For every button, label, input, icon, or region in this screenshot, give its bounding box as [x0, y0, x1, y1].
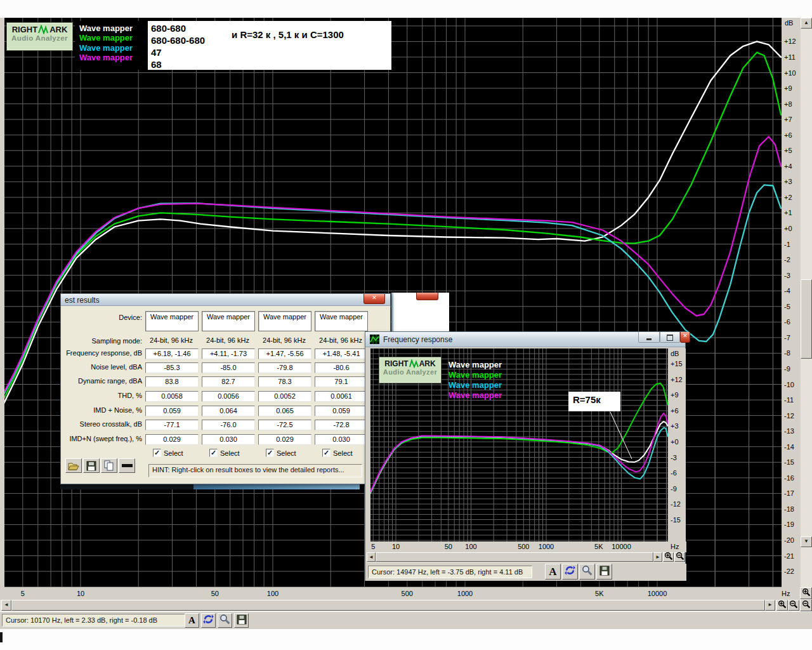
sampling-mode-value: 24-bit, 96 kHz [145, 336, 198, 344]
fr-scroll-thumb[interactable] [376, 552, 653, 562]
fr-zoom-in-button[interactable] [663, 552, 674, 562]
logo-ark-text: ARK [419, 359, 436, 368]
result-box[interactable]: 0.059 [145, 406, 199, 416]
horizontal-zoom-out-button[interactable] [788, 600, 799, 611]
save-button[interactable] [234, 613, 249, 628]
scroll-right-button[interactable]: ► [653, 552, 662, 562]
y-tick: -12 [784, 412, 794, 420]
main-vertical-scrollbar[interactable]: ▲ ▼ [801, 18, 812, 587]
vertical-scroll-thumb[interactable] [801, 279, 812, 359]
refresh-icon [565, 565, 575, 578]
series-wave-mapper [370, 421, 668, 497]
legend-label: Wave mapper [79, 53, 133, 62]
result-box[interactable]: +1.48, -5.41 [315, 348, 368, 359]
result-box[interactable]: -77.1 [145, 420, 199, 430]
legend-value: 680-680-680 [151, 35, 205, 46]
result-box[interactable]: +1.47, -5.56 [258, 348, 311, 359]
select-checkbox-cell[interactable]: ✓Select [209, 449, 240, 457]
row-label: Sampling mode: [63, 337, 142, 345]
y-tick: -6 [671, 469, 677, 477]
device-box[interactable]: Wave mapper [258, 311, 311, 331]
scroll-down-button[interactable]: ▼ [801, 536, 812, 547]
maximize-icon [667, 335, 673, 341]
result-box[interactable]: +4.11, -1.73 [202, 348, 255, 359]
open-button[interactable] [65, 458, 82, 473]
vertical-zoom-out-button[interactable] [800, 599, 812, 611]
result-box[interactable]: 0.065 [258, 406, 311, 416]
main-legend-labels: Wave mapperWave mapperWave mapperWave ma… [75, 21, 148, 70]
horizontal-zoom-in-button[interactable] [776, 600, 788, 611]
select-checkbox-cell[interactable]: ✓Select [153, 449, 183, 457]
detail-zoom-button[interactable] [218, 613, 232, 628]
refresh-button[interactable] [201, 613, 216, 628]
copy-button[interactable] [101, 458, 117, 473]
scroll-up-button[interactable]: ▲ [801, 18, 812, 29]
legend-label: Wave mapper [79, 23, 133, 33]
device-box[interactable]: Wave mapper [315, 311, 368, 331]
test-results-table: Device:Wave mapperWave mapperWave mapper… [61, 305, 390, 484]
frequency-response-window: Frequency response ✕ RIGHT ARK Audio Ana… [365, 331, 686, 581]
select-checkbox[interactable]: ✓ [153, 449, 161, 457]
close-button[interactable] [416, 293, 438, 300]
result-box[interactable]: -72.5 [258, 420, 311, 430]
font-button[interactable]: A [185, 613, 199, 628]
bottom-frame-strip [0, 629, 812, 650]
scroll-left-button[interactable]: ◄ [1, 600, 11, 611]
close-button[interactable]: ✕ [680, 332, 690, 343]
result-box[interactable]: -85.3 [145, 362, 199, 373]
result-box[interactable]: 0.0058 [145, 391, 199, 402]
font-button[interactable]: A [545, 564, 561, 580]
fr-horizontal-scrollbar[interactable]: ◄ ► [367, 552, 685, 562]
result-box[interactable]: 0.059 [315, 406, 368, 416]
rightmark-logo: RIGHT ARK Audio Analyzer [6, 22, 73, 51]
result-box[interactable]: -79.8 [258, 362, 311, 373]
result-box[interactable]: -72.8 [315, 420, 368, 430]
detail-zoom-button[interactable] [579, 564, 595, 580]
result-box[interactable]: 78.3 [258, 376, 311, 387]
result-box[interactable]: 0.030 [315, 434, 368, 445]
device-box[interactable]: Wave mapper [145, 311, 199, 331]
result-box[interactable]: 0.0052 [258, 391, 311, 402]
fr-annotation-box: R=75к [568, 392, 620, 411]
save-button[interactable] [596, 564, 612, 580]
maximize-button[interactable] [660, 332, 680, 343]
result-box[interactable]: -85.0 [202, 362, 255, 373]
result-box[interactable]: 82.7 [202, 376, 255, 387]
vertical-zoom-in-button[interactable] [800, 587, 812, 599]
refresh-button[interactable] [562, 564, 578, 580]
result-box[interactable]: 79.1 [315, 376, 368, 387]
main-horizontal-scrollbar[interactable]: ◄ ► [0, 600, 800, 611]
result-box[interactable]: -76.0 [202, 420, 255, 430]
select-checkbox[interactable]: ✓ [209, 449, 218, 457]
result-box[interactable]: 0.029 [145, 434, 199, 445]
remove-button[interactable] [119, 458, 135, 473]
fr-zoom-out-button[interactable] [674, 552, 685, 562]
y-tick: -10 [784, 381, 794, 388]
frequency-response-titlebar[interactable]: Frequency response ✕ [365, 332, 685, 347]
test-results-titlebar[interactable]: est results ✕ [61, 294, 390, 306]
result-box[interactable]: 0.0061 [315, 391, 368, 402]
result-box[interactable]: 0.029 [258, 434, 311, 445]
close-button[interactable]: ✕ [363, 294, 385, 304]
result-box[interactable]: 0.030 [202, 434, 255, 445]
result-box[interactable]: 0.064 [202, 406, 255, 416]
save-results-button[interactable] [83, 458, 100, 473]
scroll-left-button[interactable]: ◄ [367, 552, 376, 562]
y-tick: +3 [784, 178, 792, 185]
minimize-button[interactable] [638, 332, 660, 343]
result-box[interactable]: +6.18, -1.46 [145, 348, 199, 359]
result-box[interactable]: -80.6 [315, 362, 368, 373]
result-box[interactable]: 83.8 [145, 376, 199, 387]
select-checkbox-cell[interactable]: ✓Select [322, 449, 353, 457]
select-checkbox[interactable]: ✓ [266, 449, 274, 457]
horizontal-scroll-thumb[interactable] [11, 600, 765, 611]
test-results-title: est results [65, 296, 100, 305]
test-results-toolbar [65, 458, 135, 473]
select-checkbox-cell[interactable]: ✓Select [266, 449, 296, 457]
select-checkbox[interactable]: ✓ [322, 449, 331, 457]
device-box[interactable]: Wave mapper [202, 311, 255, 331]
left-frame-edge [0, 18, 4, 587]
sampling-mode-value: 24-bit, 96 kHz [201, 336, 254, 344]
result-box[interactable]: 0.0056 [202, 391, 255, 402]
scroll-right-button[interactable]: ► [765, 600, 775, 611]
